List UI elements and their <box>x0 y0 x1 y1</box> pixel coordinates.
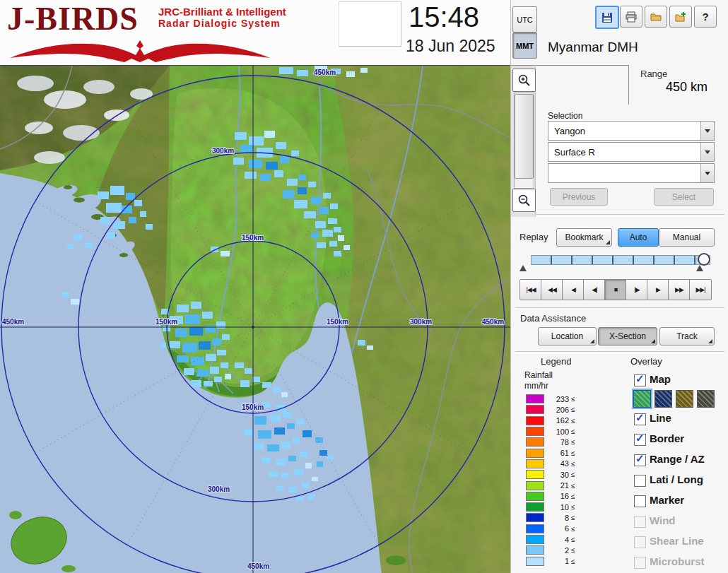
bookmark-button[interactable]: Bookmark <box>556 228 612 247</box>
step-back-button[interactable]: ◀| <box>583 279 606 300</box>
legend-row: 2≤ <box>526 545 575 555</box>
previous-button[interactable]: Previous <box>550 188 608 206</box>
question-mark-icon: ? <box>702 11 708 23</box>
to-end-button[interactable]: ▶▶| <box>689 279 712 300</box>
chevron-down-icon[interactable] <box>700 143 714 161</box>
legend-color-swatch <box>526 535 544 544</box>
printer-icon <box>626 11 637 23</box>
fast-forward-button[interactable]: ▶▶ <box>668 279 691 300</box>
lte-sign: ≤ <box>571 438 575 446</box>
timeline-handle[interactable] <box>698 253 710 266</box>
overlay-item-map: Map <box>633 373 728 387</box>
map-style-swatch-olive[interactable] <box>676 390 693 408</box>
legend-row: 16≤ <box>526 491 575 502</box>
step-forward-button[interactable]: |▶ <box>626 279 648 300</box>
print-button[interactable] <box>620 6 642 28</box>
save-button[interactable] <box>595 6 619 29</box>
shear-line-checkbox <box>634 536 646 548</box>
help-button[interactable]: ? <box>694 6 717 28</box>
map-style-swatch-navy[interactable] <box>654 390 672 408</box>
select-button[interactable]: Select <box>654 188 714 206</box>
legend-color-swatch <box>526 513 544 522</box>
range-az-checkbox[interactable] <box>634 454 646 466</box>
app-logo-subtitle: JRC-Brilliant & Intelligent Radar Dialog… <box>158 6 286 30</box>
clock-time: 15:48 <box>409 1 479 33</box>
map-checkbox[interactable] <box>634 374 646 386</box>
stop-button[interactable]: ■ <box>604 279 627 300</box>
legend-scale: 233≤ 206≤ 162≤ 100≤ 78≤ 61≤ 43≤ 30≤ 21≤ … <box>526 394 575 567</box>
x-section-button[interactable]: X-Section <box>598 327 657 345</box>
line-checkbox[interactable] <box>634 413 646 425</box>
chevron-down-icon[interactable] <box>700 164 714 182</box>
legend-value: 16 <box>551 492 569 500</box>
map-style-swatch-gray[interactable] <box>697 390 715 408</box>
legend-color-swatch <box>526 524 544 533</box>
legend-title-units: mm/hr <box>524 381 548 391</box>
play-button[interactable]: ▶ <box>647 279 669 300</box>
range-divider-h <box>536 65 628 66</box>
chevron-down-icon[interactable] <box>700 122 714 140</box>
divider <box>515 214 724 217</box>
lati-long-checkbox[interactable] <box>634 475 646 487</box>
overlay-item-label: Shear Line <box>650 535 704 547</box>
marker-checkbox[interactable] <box>634 495 646 507</box>
legend-value: 4 <box>551 536 569 544</box>
legend-color-swatch <box>526 470 544 479</box>
utc-button[interactable]: UTC <box>512 6 537 33</box>
track-button[interactable]: Track <box>659 327 715 345</box>
range-ring-label: 450km <box>2 318 24 326</box>
mmt-button[interactable]: MMT <box>512 33 537 59</box>
auto-button[interactable]: Auto <box>618 228 659 247</box>
legend-row: 21≤ <box>526 480 575 490</box>
header-blank-panel <box>339 1 401 47</box>
radar-map-view[interactable]: 450km 300km 150km 150km 300km 450km 450k… <box>0 65 510 573</box>
legend-value: 10 <box>551 503 569 512</box>
logo-subtitle-line2: Radar Dialogic System <box>158 18 286 30</box>
range-ring-label: 450km <box>482 318 504 326</box>
export-button[interactable] <box>669 6 692 28</box>
overlay-item-label: Lati / Long <box>650 473 703 485</box>
open-folder-button[interactable] <box>645 6 667 28</box>
radar-center-dot <box>252 326 254 329</box>
replay-label: Replay <box>519 232 548 242</box>
legend-label: Legend <box>541 356 571 367</box>
zoom-out-button[interactable] <box>512 189 536 212</box>
border-checkbox[interactable] <box>634 434 646 446</box>
legend-value: 43 <box>551 459 569 468</box>
legend-row: 233≤ <box>526 394 575 404</box>
map-style-swatch-green[interactable] <box>633 390 651 408</box>
timeline-start-marker[interactable] <box>519 265 527 271</box>
product-dropdown[interactable]: Surface R <box>548 142 715 162</box>
range-ring-label: 300km <box>212 147 234 155</box>
overlay-item-marker: Marker <box>633 494 728 508</box>
legend-color-swatch <box>526 416 544 425</box>
clock-date: 18 Jun 2025 <box>406 37 495 56</box>
lte-sign: ≤ <box>571 395 575 403</box>
range-ring-label: 450km <box>314 69 336 76</box>
replay-timeline-slider[interactable] <box>531 255 710 265</box>
lte-sign: ≤ <box>571 460 575 468</box>
overlay-item-border: Border <box>633 432 728 447</box>
lte-sign: ≤ <box>571 417 575 425</box>
fast-rewind-button[interactable]: ◀◀ <box>541 279 563 300</box>
overlay-item-shear-line: Shear Line <box>633 535 728 549</box>
range-value: 450 km <box>652 80 708 95</box>
location-button[interactable]: Location <box>538 327 597 345</box>
zoom-in-button[interactable] <box>512 69 536 92</box>
timeline-position-marker[interactable] <box>696 265 703 271</box>
play-reverse-button[interactable]: ◀ <box>562 279 585 300</box>
range-ring-label: 300km <box>208 485 230 493</box>
map-scrollbar-thumb[interactable] <box>515 94 534 179</box>
lte-sign: ≤ <box>571 492 575 500</box>
option-dropdown[interactable] <box>548 163 715 183</box>
lte-sign: ≤ <box>571 525 575 533</box>
legend-color-swatch <box>526 545 544 555</box>
site-dropdown[interactable]: Yangon <box>548 121 715 141</box>
to-start-button[interactable]: |◀◀ <box>519 279 542 300</box>
overlay-item-label: Range / AZ <box>650 453 705 465</box>
site-dropdown-value: Yangon <box>548 122 700 140</box>
manual-button[interactable]: Manual <box>659 228 715 247</box>
legend-value: 8 <box>551 514 569 522</box>
lte-sign: ≤ <box>571 514 575 521</box>
legend-value: 2 <box>551 546 569 555</box>
